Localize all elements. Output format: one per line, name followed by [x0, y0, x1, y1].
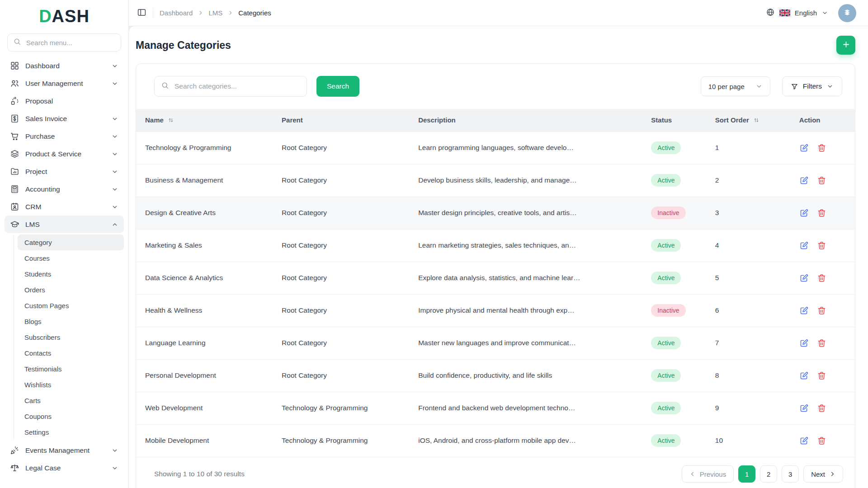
- cell-description: Frontend and backend web development tec…: [409, 392, 642, 424]
- sidebar-subitem-orders[interactable]: Orders: [18, 282, 124, 298]
- table-row: Health & WellnessRoot CategoryImprove ph…: [136, 294, 855, 327]
- categories-search-input[interactable]: [174, 82, 300, 91]
- cell-description: Master new languages and improve communi…: [409, 327, 642, 359]
- search-button[interactable]: Search: [316, 76, 359, 97]
- chevron-right-icon: [227, 10, 233, 16]
- delete-button[interactable]: [817, 143, 826, 153]
- edit-button[interactable]: [799, 436, 809, 446]
- delete-button[interactable]: [817, 273, 826, 283]
- add-category-button[interactable]: [836, 36, 855, 55]
- cell-name: Data Science & Analytics: [136, 262, 273, 294]
- trash-icon: [817, 241, 826, 250]
- sidebar-item-dashboard[interactable]: Dashboard: [5, 57, 124, 75]
- delete-button[interactable]: [817, 404, 826, 413]
- page-button-2[interactable]: 2: [760, 465, 777, 483]
- delete-button[interactable]: [817, 338, 826, 348]
- chevron-down-icon: [826, 83, 834, 90]
- edit-icon: [799, 436, 809, 446]
- sidebar-item-purchase[interactable]: Purchase: [5, 127, 124, 145]
- sidebar-subitem-contacts[interactable]: Contacts: [18, 345, 124, 361]
- sort-arrows-icon[interactable]: [167, 117, 175, 124]
- sidebar-item-proposal[interactable]: Proposal: [5, 92, 124, 110]
- sidebar-item-user-management[interactable]: User Management: [5, 75, 124, 92]
- sidebar-item-label: Product & Service: [25, 150, 105, 158]
- trash-icon: [817, 338, 826, 348]
- sidebar-item-label: User Management: [25, 80, 105, 88]
- table-row: Web DevelopmentTechnology & ProgrammingF…: [136, 392, 855, 424]
- breadcrumb-item-lms[interactable]: LMS: [208, 9, 222, 17]
- edit-button[interactable]: [799, 176, 809, 185]
- sidebar-toggle-button[interactable]: [137, 8, 146, 19]
- sidebar-subitem-coupons[interactable]: Coupons: [18, 408, 124, 424]
- sidebar-subitem-wishlists[interactable]: Wishlists: [18, 377, 124, 393]
- breadcrumb-item-dashboard[interactable]: Dashboard: [160, 9, 193, 17]
- cell-name: Web Development: [136, 392, 273, 424]
- page-button-3[interactable]: 3: [782, 465, 799, 483]
- cell-status: Active: [642, 164, 706, 197]
- edit-button[interactable]: [799, 143, 809, 153]
- edit-button[interactable]: [799, 404, 809, 413]
- globe-button[interactable]: [766, 8, 775, 18]
- delete-button[interactable]: [817, 176, 826, 185]
- cell-sort-order: 4: [706, 229, 790, 262]
- status-badge: Active: [651, 174, 681, 187]
- sidebar-item-legal-case[interactable]: Legal Case: [5, 459, 124, 477]
- sidebar-subitem-carts[interactable]: Carts: [18, 393, 124, 408]
- cell-name-text: Language Learning: [145, 339, 206, 347]
- cell-name-text: Design & Creative Arts: [145, 209, 216, 216]
- sidebar-item-product-service[interactable]: Product & Service: [5, 145, 124, 163]
- page-button-1[interactable]: 1: [738, 465, 755, 483]
- language-label[interactable]: English: [795, 9, 817, 17]
- table-body: Technology & ProgrammingRoot CategoryLea…: [136, 131, 855, 457]
- sidebar-subitem-label: Custom Pages: [24, 302, 69, 310]
- sort-arrows-icon[interactable]: [753, 117, 760, 124]
- sidebar-subitem-settings[interactable]: Settings: [18, 424, 124, 440]
- per-page-select[interactable]: 10 per page: [701, 76, 770, 96]
- column-header-label: Action: [799, 116, 821, 124]
- edit-button[interactable]: [799, 371, 809, 380]
- avatar[interactable]: [838, 4, 856, 22]
- previous-page-button[interactable]: Previous: [682, 465, 734, 483]
- delete-button[interactable]: [817, 208, 826, 218]
- sidebar-item-events-management[interactable]: Events Management: [5, 441, 124, 459]
- delete-button[interactable]: [817, 436, 826, 446]
- sidebar-item-label: Events Management: [25, 446, 105, 455]
- sidebar-item-sales-invoice[interactable]: Sales Invoice: [5, 110, 124, 127]
- delete-button[interactable]: [817, 371, 826, 380]
- sidebar-subitem-testimonials[interactable]: Testimonials: [18, 361, 124, 377]
- cell-status: Active: [642, 262, 706, 294]
- status-badge: Active: [651, 402, 681, 414]
- chevron-down-icon: [755, 83, 763, 90]
- edit-button[interactable]: [799, 306, 809, 315]
- sidebar-subitem-custom-pages[interactable]: Custom Pages: [18, 298, 124, 314]
- delete-button[interactable]: [817, 306, 826, 315]
- sidebar-subitem-label: Blogs: [24, 318, 42, 325]
- edit-button[interactable]: [799, 338, 809, 348]
- sidebar-subitem-courses[interactable]: Courses: [18, 250, 124, 266]
- edit-button[interactable]: [799, 241, 809, 250]
- sidebar-subitem-blogs[interactable]: Blogs: [18, 314, 124, 329]
- edit-button[interactable]: [799, 273, 809, 283]
- sidebar-item-label: CRM: [25, 203, 105, 211]
- brand-logo-rest: ASH: [52, 7, 90, 26]
- sidebar-subitem-subscribers[interactable]: Subscribers: [18, 329, 124, 345]
- chevron-down-icon: [111, 168, 118, 175]
- cell-parent-text: Root Category: [282, 339, 327, 347]
- edit-button[interactable]: [799, 208, 809, 218]
- sidebar-subitem-label: Coupons: [24, 413, 52, 420]
- sidebar-item-crm[interactable]: CRM: [5, 198, 124, 216]
- sidebar-subitem-category[interactable]: Category: [18, 235, 124, 250]
- table-row: Personal DevelopmentRoot CategoryBuild c…: [136, 359, 855, 392]
- next-page-button[interactable]: Next: [803, 465, 843, 483]
- sidebar-subitem-students[interactable]: Students: [18, 266, 124, 282]
- sidebar-item-accounting[interactable]: Accounting: [5, 180, 124, 198]
- table-row: Technology & ProgrammingRoot CategoryLea…: [136, 131, 855, 164]
- delete-button[interactable]: [817, 241, 826, 250]
- filters-button[interactable]: Filters: [782, 76, 842, 96]
- edit-icon: [799, 208, 809, 218]
- sidebar-search-input[interactable]: [25, 38, 115, 47]
- table-row: Business & ManagementRoot CategoryDevelo…: [136, 164, 855, 197]
- chevron-down-icon[interactable]: [821, 9, 828, 16]
- sidebar-item-lms[interactable]: LMS: [5, 216, 124, 233]
- sidebar-item-project[interactable]: Project: [5, 163, 124, 180]
